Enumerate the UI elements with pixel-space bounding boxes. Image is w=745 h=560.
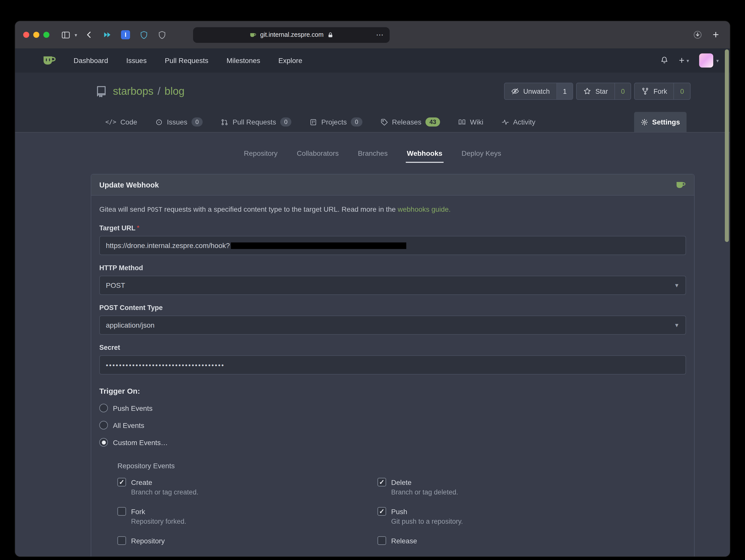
trigger-on-label: Trigger On:: [99, 387, 686, 395]
repo-name-link[interactable]: blog: [165, 85, 185, 97]
repository-events-grid: Create Branch or tag created. Delete: [118, 478, 686, 545]
radio-all-events[interactable]: All Events: [99, 421, 686, 429]
radio-push-events[interactable]: Push Events: [99, 404, 686, 412]
fork-count[interactable]: 0: [674, 83, 690, 99]
tab-code[interactable]: </> Code: [99, 112, 144, 132]
tab-label: Releases: [392, 118, 421, 126]
subnav-webhooks[interactable]: Webhooks: [406, 145, 443, 163]
star-button[interactable]: Star 0: [576, 83, 631, 100]
required-asterisk: *: [137, 224, 139, 231]
description-text: Gitea will send: [99, 205, 147, 213]
tab-label: Wiki: [470, 118, 483, 126]
subnav-branches[interactable]: Branches: [357, 145, 389, 163]
checkbox-unchecked[interactable]: [118, 507, 126, 516]
content-type-label: POST Content Type: [99, 304, 686, 311]
event-delete: Delete Branch or tag deleted.: [378, 478, 638, 496]
projects-count-badge: 0: [351, 118, 362, 127]
description-text: requests with a specified content type t…: [162, 205, 398, 213]
http-method-select[interactable]: POST ▼: [99, 276, 686, 295]
notifications-bell-icon[interactable]: [660, 56, 669, 65]
checkbox-checked[interactable]: [378, 507, 386, 516]
desktop: ▾ I: [0, 0, 745, 560]
activity-pulse-icon: [501, 118, 509, 126]
repo-owner-link[interactable]: starbops: [113, 85, 154, 97]
zoom-window-button[interactable]: [43, 32, 50, 38]
nav-item-issues[interactable]: Issues: [126, 57, 147, 65]
subnav-collaborators[interactable]: Collaborators: [296, 145, 340, 163]
user-menu[interactable]: ▾: [699, 54, 719, 68]
panel-body: Gitea will send POST requests with a spe…: [91, 196, 694, 557]
redaction-bar: [231, 242, 406, 249]
page-actions-icon[interactable]: ⋯: [376, 30, 384, 39]
checkbox-description: Repository forked.: [131, 518, 378, 525]
checkbox-label: Fork: [131, 507, 145, 516]
site-favicon-icon: [249, 31, 257, 39]
secret-input[interactable]: ••••••••••••••••••••••••••••••••••••: [99, 355, 686, 374]
sidebar-chevron-down-icon[interactable]: ▾: [74, 32, 77, 38]
unwatch-button[interactable]: Unwatch 1: [504, 83, 573, 100]
radio-button[interactable]: [99, 421, 108, 429]
secret-label: Secret: [99, 344, 686, 351]
checkbox-unchecked[interactable]: [378, 536, 386, 545]
event-release: Release: [378, 536, 638, 545]
downloads-icon[interactable]: [691, 29, 704, 41]
i-extension-icon[interactable]: I: [120, 29, 132, 41]
subnav-repository[interactable]: Repository: [243, 145, 279, 163]
watch-count[interactable]: 1: [556, 83, 573, 99]
nav-item-milestones[interactable]: Milestones: [227, 57, 260, 65]
webhook-description: Gitea will send POST requests with a spe…: [99, 204, 686, 215]
tab-issues[interactable]: Issues 0: [149, 112, 209, 132]
content-type-select[interactable]: application/json ▼: [99, 316, 686, 335]
issue-icon: [155, 118, 163, 126]
checkbox-unchecked[interactable]: [118, 536, 126, 545]
close-window-button[interactable]: [23, 32, 29, 38]
checkbox-label: Repository: [131, 536, 165, 545]
sidebar-toggle-icon[interactable]: [60, 29, 72, 41]
window-controls: [23, 32, 50, 38]
create-new-dropdown[interactable]: + ▾: [679, 55, 689, 66]
scrollbar-thumb[interactable]: [725, 50, 729, 242]
checkbox-description: Branch or tag deleted.: [391, 488, 638, 496]
checkbox-checked[interactable]: [378, 478, 386, 486]
gitea-logo-icon[interactable]: [41, 53, 57, 68]
repo-book-icon: [95, 85, 108, 98]
tab-projects[interactable]: Projects 0: [303, 112, 369, 132]
repository-events-title: Repository Events: [118, 462, 686, 470]
post-code: POST: [147, 206, 162, 213]
tab-releases[interactable]: Releases 43: [374, 112, 447, 132]
target-url-input[interactable]: https://drone.internal.zespre.com/hook?: [99, 236, 686, 255]
star-count[interactable]: 0: [614, 83, 631, 99]
panel-header: Update Webhook: [91, 174, 694, 196]
nav-item-explore[interactable]: Explore: [279, 57, 302, 65]
fork-button[interactable]: Fork 0: [634, 83, 690, 100]
repo-actions: Unwatch 1: [504, 83, 690, 100]
event-push: Push Git push to a repository.: [378, 507, 638, 525]
fast-forward-extension-icon[interactable]: [101, 29, 114, 41]
checkbox-checked[interactable]: [118, 478, 126, 486]
radio-custom-events[interactable]: Custom Events…: [99, 438, 686, 447]
back-button-icon[interactable]: [83, 29, 95, 41]
new-tab-icon[interactable]: +: [710, 29, 722, 41]
webhooks-guide-link[interactable]: webhooks guide.: [398, 205, 451, 213]
subnav-deploy-keys[interactable]: Deploy Keys: [460, 145, 502, 163]
repo-tabs: </> Code Issues 0: [91, 109, 694, 132]
tab-pull-requests[interactable]: Pull Requests 0: [215, 112, 298, 132]
radio-button[interactable]: [99, 404, 108, 412]
nav-item-dashboard[interactable]: Dashboard: [74, 57, 108, 65]
chevron-down-icon: ▾: [686, 58, 689, 63]
tab-activity[interactable]: Activity: [495, 112, 542, 132]
code-icon: </>: [105, 119, 116, 126]
shield-extension-icon[interactable]: [138, 29, 150, 41]
radio-button-selected[interactable]: [99, 438, 108, 447]
browser-toolbar: ▾ I: [15, 21, 730, 48]
tracking-protection-shield-icon[interactable]: [156, 29, 168, 41]
minimize-window-button[interactable]: [33, 32, 39, 38]
radio-label: Push Events: [113, 404, 153, 412]
tab-wiki[interactable]: Wiki: [452, 112, 490, 132]
tab-settings[interactable]: Settings: [634, 112, 686, 132]
lock-icon: [327, 32, 334, 38]
nav-item-pull-requests[interactable]: Pull Requests: [165, 57, 208, 65]
address-bar[interactable]: git.internal.zespre.com ⋯: [193, 27, 390, 42]
repo-breadcrumb: starbops / blog: [113, 85, 185, 97]
fork-label: Fork: [653, 88, 667, 95]
